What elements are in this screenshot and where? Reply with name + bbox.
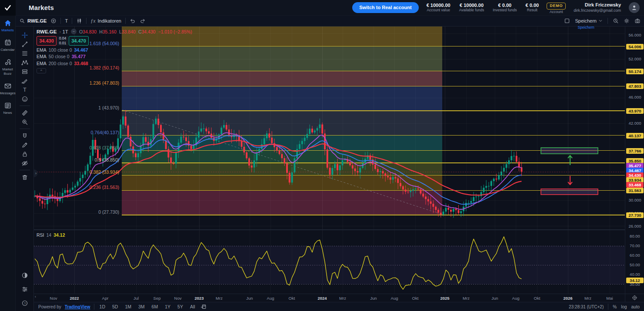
theme-contrast[interactable] bbox=[19, 271, 30, 280]
emoji-tool[interactable] bbox=[19, 94, 30, 103]
price-axis-badge: 33.468 bbox=[626, 182, 644, 188]
switch-to-real-account-button[interactable]: Switch to Real account bbox=[352, 2, 418, 13]
sidebar-item-messages[interactable]: Messages bbox=[0, 82, 16, 95]
timeframe-1y[interactable]: 1Y bbox=[163, 304, 172, 310]
rsi-value-badge: 34.12 bbox=[626, 278, 644, 283]
user-name: Dirk Friczewsky bbox=[574, 2, 621, 8]
month-tick: Aug bbox=[263, 296, 278, 301]
magnet-mode[interactable] bbox=[19, 131, 30, 140]
log-scale-button[interactable]: log bbox=[621, 304, 627, 309]
indicator-legend-row[interactable]: EMA200 close 033.468 bbox=[37, 61, 192, 66]
sell-button[interactable]: 34.430 bbox=[37, 36, 57, 46]
pattern-tool[interactable] bbox=[19, 58, 30, 67]
ema-params: 50 close 0 bbox=[49, 54, 70, 59]
eyeoff-icon bbox=[21, 160, 28, 167]
sidebar-item-market-buzz[interactable]: Market Buzz bbox=[0, 58, 16, 75]
brush-tool[interactable] bbox=[19, 76, 30, 85]
axis-settings-corner[interactable] bbox=[625, 294, 644, 302]
text-tool[interactable]: T bbox=[19, 85, 30, 94]
percent-scale-button[interactable]: % bbox=[613, 304, 617, 309]
svg-text:T: T bbox=[23, 87, 27, 93]
price-axis[interactable]: 56.00052.00046.00042.00032.00030.00028.0… bbox=[625, 26, 644, 302]
rsi-pane-collapse-arrow[interactable]: ‹ bbox=[35, 294, 36, 299]
ruler-icon bbox=[21, 109, 28, 116]
close-value: 34.430 bbox=[141, 29, 155, 34]
ema-params: 200 close 0 bbox=[49, 61, 72, 66]
forecast-tool[interactable] bbox=[19, 67, 30, 76]
lock-drawings[interactable] bbox=[19, 149, 30, 159]
app-logo[interactable] bbox=[0, 0, 16, 16]
chart-settings-button[interactable] bbox=[624, 18, 630, 24]
chart-plot-area[interactable]: RWE.GE · 1T − O34.830 H35.160 L33.840 C3… bbox=[34, 26, 625, 302]
candlestick-icon bbox=[76, 18, 82, 24]
hide-drawings[interactable] bbox=[19, 159, 30, 168]
month-tick: Nov bbox=[170, 296, 185, 301]
timeframe-6m[interactable]: 6M bbox=[150, 304, 160, 310]
symbol-search-button[interactable]: RWE.GE bbox=[19, 18, 47, 24]
crosshair-tool[interactable] bbox=[19, 30, 30, 40]
price-axis-label: 30.000 bbox=[625, 198, 644, 202]
price-axis-label: 52.000 bbox=[625, 56, 644, 61]
redo-button[interactable] bbox=[140, 18, 146, 24]
undo-button[interactable] bbox=[130, 18, 136, 24]
sidebar-item-calendar[interactable]: Calendar bbox=[0, 39, 16, 52]
alert-button[interactable] bbox=[613, 18, 619, 24]
timeframe-1d[interactable]: 1D bbox=[98, 304, 107, 310]
zoom-in-tool[interactable] bbox=[19, 117, 30, 126]
indicator-legend-row[interactable]: EMA50 close 035.477 bbox=[37, 54, 192, 59]
go-to-date-button[interactable] bbox=[200, 304, 207, 310]
account-stat: € 0.00Result bbox=[526, 3, 539, 13]
fib-retracement-tool[interactable] bbox=[19, 49, 30, 58]
snapshot-button[interactable] bbox=[634, 18, 641, 24]
fib-level-label: 0.764(40.137) bbox=[34, 130, 119, 135]
chart-style-button[interactable] bbox=[76, 18, 82, 24]
legend-collapse-button[interactable]: ^ bbox=[37, 68, 46, 73]
layout-select-button[interactable] bbox=[564, 18, 570, 24]
auto-scale-button[interactable]: auto bbox=[631, 304, 640, 309]
help[interactable]: ? bbox=[19, 298, 30, 308]
chart-properties[interactable] bbox=[19, 285, 30, 294]
ema-name: EMA bbox=[37, 61, 47, 66]
demo-badge-label: Account bbox=[547, 10, 566, 14]
powered-by-label: Powered by bbox=[38, 304, 61, 309]
stat-label: Available funds bbox=[459, 8, 484, 13]
chevron-down-icon bbox=[598, 19, 603, 23]
page-title: Markets bbox=[29, 4, 54, 11]
pane-resize-handle[interactable] bbox=[34, 229, 625, 230]
sliders-icon bbox=[21, 286, 28, 293]
timeframe-3m[interactable]: 3M bbox=[137, 304, 147, 310]
measure-tool[interactable] bbox=[19, 108, 30, 117]
interval-button[interactable]: T bbox=[65, 18, 68, 23]
month-tick: Apr bbox=[98, 296, 113, 301]
alert-icon bbox=[613, 18, 619, 24]
buy-button[interactable]: 34.470 bbox=[69, 36, 89, 46]
hide-series-icon[interactable]: − bbox=[71, 29, 77, 34]
sidebar-item-news[interactable]: News bbox=[0, 102, 16, 115]
fib-level-label: 0 (27.730) bbox=[34, 209, 119, 215]
save-layout-button[interactable]: Speichern Speichern bbox=[575, 18, 603, 23]
plus-circle-icon bbox=[50, 18, 57, 24]
time-axis[interactable]: Nov2022AprJulSepNov2023MrzJunAugOkt2024M… bbox=[34, 294, 625, 302]
bottom-toolbar: Powered by TradingView 1D5D1M3M6M1Y5YAll… bbox=[34, 302, 644, 311]
trend-line-tool[interactable] bbox=[19, 40, 30, 49]
timeframe-5d[interactable]: 5D bbox=[110, 304, 120, 310]
rsi-chart-canvas[interactable] bbox=[34, 230, 625, 294]
tradingview-link[interactable]: TradingView bbox=[65, 304, 90, 309]
smiley-icon bbox=[21, 96, 28, 103]
legend-symbol[interactable]: RWE.GE bbox=[37, 29, 57, 34]
layout-square-icon bbox=[564, 18, 570, 24]
compare-add-symbol-button[interactable] bbox=[50, 18, 57, 24]
timeframe-all[interactable]: All bbox=[188, 304, 197, 310]
drawing-mode[interactable] bbox=[19, 140, 30, 149]
account-stat: € 10000.00Account value bbox=[427, 3, 450, 13]
remove-drawings[interactable] bbox=[19, 172, 30, 182]
sidebar-item-markets[interactable]: Markets bbox=[0, 19, 16, 32]
avatar[interactable] bbox=[629, 2, 640, 13]
account-stats: € 10000.00Account value€ 10000.00Availab… bbox=[427, 3, 539, 13]
indicators-button[interactable]: ƒx Indikatoren bbox=[90, 18, 121, 24]
sidebar-item-label: Calendar bbox=[0, 48, 14, 52]
gear-icon bbox=[624, 18, 630, 24]
timeframe-1m[interactable]: 1M bbox=[123, 304, 133, 310]
timeframe-5y[interactable]: 5Y bbox=[176, 304, 185, 310]
indicator-legend-row[interactable]: EMA100 close 034.467 bbox=[37, 47, 192, 53]
